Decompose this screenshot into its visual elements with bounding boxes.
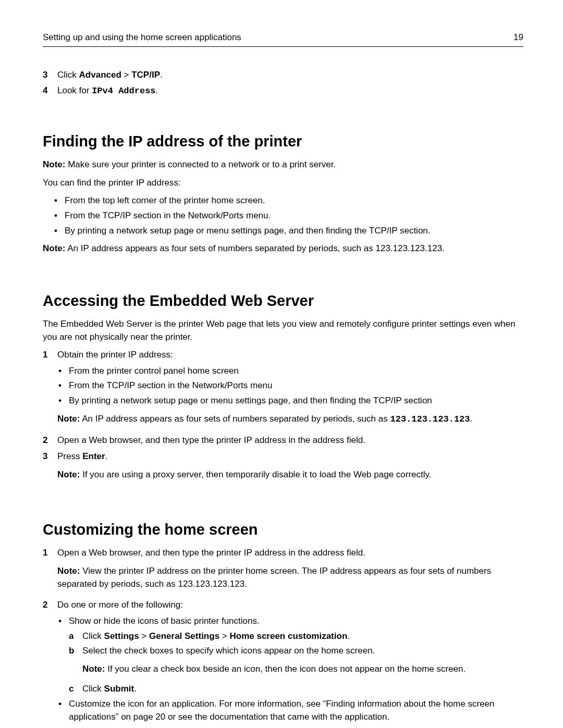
body-text: You can find the printer IP address:	[43, 177, 523, 190]
note-text: Note: Make sure your printer is connecte…	[43, 158, 523, 171]
step-body: Click Advanced > TCP/IP.	[57, 69, 523, 82]
step-body: Do one or more of the following: Show or…	[57, 599, 523, 726]
list-item: By printing a network setup page or menu…	[54, 225, 523, 238]
step-body: Press Enter. Note: If you are using a pr…	[57, 450, 523, 486]
list-item: From the printer control panel home scre…	[58, 365, 523, 378]
step-body: Look for IPv4 Address.	[57, 84, 523, 98]
step-number: 1	[43, 547, 57, 596]
alpha-label: c	[69, 683, 82, 696]
list-item: From the TCP/IP section in the Network/P…	[58, 379, 523, 392]
bullet-list: From the top left corner of the printer …	[54, 194, 523, 237]
note-text: Note: If you clear a check box beside an…	[82, 663, 523, 676]
step-number: 2	[43, 434, 57, 447]
step-number: 3	[43, 450, 57, 486]
step-body: Open a Web browser, and then type the pr…	[57, 434, 523, 447]
continuation-steps: 3 Click Advanced > TCP/IP. 4 Look for IP…	[43, 69, 523, 98]
alpha-body: Click Submit.	[82, 683, 523, 696]
body-text: The Embedded Web Server is the printer W…	[43, 318, 523, 343]
list-item: From the top left corner of the printer …	[54, 194, 523, 207]
alpha-body: Select the check boxes to specify which …	[82, 645, 523, 681]
step-body: Open a Web browser, and then type the pr…	[57, 547, 523, 596]
page-header: Setting up and using the home screen app…	[43, 31, 523, 47]
heading-finding-ip: Finding the IP address of the printer	[43, 130, 523, 152]
customize-steps: 1 Open a Web browser, and then type the …	[43, 547, 523, 726]
note-text: Note: An IP address appears as four sets…	[43, 242, 523, 255]
bullet-list: From the printer control panel home scre…	[58, 365, 523, 408]
list-item: From the TCP/IP section in the Network/P…	[54, 209, 523, 223]
ews-steps: 1 Obtain the printer IP address: From th…	[43, 349, 523, 486]
list-item: By printing a network setup page or menu…	[58, 394, 523, 408]
note-text: Note: View the printer IP address on the…	[57, 565, 523, 590]
list-item: Show or hide the icons of basic printer …	[58, 615, 523, 696]
step-body: Obtain the printer IP address: From the …	[57, 349, 523, 431]
step-number: 2	[43, 599, 57, 726]
step-number: 3	[43, 69, 57, 82]
note-text: Note: If you are using a proxy server, t…	[57, 468, 523, 482]
alpha-body: Click Settings > General Settings > Home…	[82, 630, 523, 643]
alpha-list: a Click Settings > General Settings > Ho…	[69, 630, 523, 696]
header-title: Setting up and using the home screen app…	[43, 31, 241, 44]
alpha-label: a	[69, 630, 82, 643]
list-item: Customize the icon for an application. F…	[58, 698, 523, 723]
bullet-list: Show or hide the icons of basic printer …	[58, 615, 523, 723]
header-page-number: 19	[513, 31, 523, 44]
step-number: 4	[43, 84, 57, 98]
note-text: Note: An IP address appears as four sets…	[57, 413, 523, 426]
step-number: 1	[43, 349, 57, 431]
alpha-label: b	[69, 645, 82, 681]
heading-accessing-ews: Accessing the Embedded Web Server	[43, 290, 523, 312]
heading-customizing: Customizing the home screen	[43, 519, 523, 540]
